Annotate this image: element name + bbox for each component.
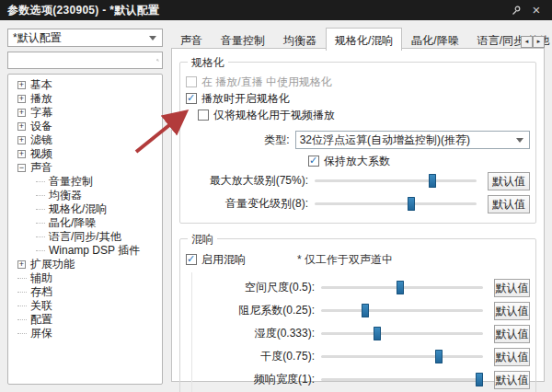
slider-track <box>315 202 477 205</box>
tree-item-规格化/混响[interactable]: 规格化/混响 <box>8 202 162 216</box>
tree-item-设备[interactable]: +设备 <box>8 120 162 133</box>
reverb-slider-2-default-button[interactable]: 默认值 <box>494 325 530 343</box>
window-title: 参数选项(230905) - *默认配置 <box>0 3 159 18</box>
pin-icon[interactable] <box>510 4 523 17</box>
tree-connector <box>17 306 27 307</box>
normalize-slider-1-label: 音量变化级别(8): <box>186 196 315 212</box>
normalize-checkbox-2-label: 仅将规格化用于视频播放 <box>213 108 335 123</box>
expand-plus-icon[interactable]: + <box>17 136 26 144</box>
reverb-enable-checkbox[interactable]: 启用混响 <box>186 251 246 268</box>
normalize-checkbox-2[interactable]: 仅将规格化用于视频播放 <box>198 107 530 123</box>
slider-handle[interactable] <box>435 350 443 363</box>
reverb-slider-0-slider[interactable] <box>321 281 483 294</box>
pin-icon <box>512 6 522 16</box>
profile-dropdown[interactable]: *默认配置 <box>7 29 163 47</box>
tab-晶化/降噪[interactable]: 晶化/降噪 <box>402 28 467 49</box>
expand-plus-icon[interactable]: + <box>17 150 26 158</box>
tree-item-Winamp DSP 插件[interactable]: Winamp DSP 插件 <box>8 244 162 258</box>
tree-item-辅助[interactable]: 辅助 <box>8 271 162 285</box>
tree-item-滤镜[interactable]: +滤镜 <box>8 133 162 147</box>
chevron-down-icon <box>149 36 156 40</box>
tree-item-扩展功能[interactable]: +扩展功能 <box>8 258 162 271</box>
expand-plus-icon[interactable]: + <box>17 81 26 89</box>
tree-connector <box>36 250 45 252</box>
tree-item-基本[interactable]: +基本 <box>8 78 162 92</box>
tree-connector <box>17 319 27 321</box>
tab-规格化/混响[interactable]: 规格化/混响 <box>326 28 402 51</box>
slider-handle[interactable] <box>362 304 369 317</box>
checkbox-icon[interactable] <box>186 93 197 104</box>
normalize-slider-0: 最大放大级别(75%):默认值 <box>186 169 530 192</box>
slider-track <box>321 309 483 312</box>
tree-item-声音[interactable]: −声音 <box>8 161 162 175</box>
reverb-slider-3-default-button[interactable]: 默认值 <box>494 348 530 366</box>
normalize-checkbox-1[interactable]: 播放时开启规格化 <box>186 90 530 107</box>
checkbox-icon[interactable] <box>198 110 209 121</box>
tab-scroll-left-button[interactable]: ◄ <box>521 36 533 48</box>
tree-item-视频[interactable]: +视频 <box>8 147 162 161</box>
type-label: 类型: <box>186 133 295 148</box>
tree-item-字幕[interactable]: +字幕 <box>8 106 162 120</box>
tree-item-播放[interactable]: +播放 <box>8 92 162 106</box>
tab-均衡器[interactable]: 均衡器 <box>274 28 326 49</box>
tree-item-晶化/降噪[interactable]: 晶化/降噪 <box>8 216 162 230</box>
normalize-slider-0-default-button[interactable]: 默认值 <box>488 172 530 190</box>
tree-connector <box>36 236 45 238</box>
tree-connector <box>36 209 45 211</box>
reverb-slider-4: 频响宽度(1):默认值 <box>192 368 530 391</box>
slider-handle[interactable] <box>429 174 436 188</box>
keep-factor-checkbox[interactable]: 保持放大系数 <box>308 153 530 169</box>
tree-item-屏保[interactable]: 屏保 <box>8 327 162 340</box>
tree-connector <box>17 292 27 294</box>
expand-plus-icon[interactable]: + <box>17 95 26 103</box>
reverb-slider-4-default-button[interactable]: 默认值 <box>494 371 530 389</box>
slider-track <box>321 378 483 381</box>
reverb-slider-1-default-button[interactable]: 默认值 <box>494 302 530 320</box>
tree-connector <box>17 278 27 280</box>
normalize-slider-1-slider[interactable] <box>315 197 477 211</box>
expand-plus-icon[interactable]: + <box>17 109 26 117</box>
reverb-slider-3-label: 干度(0.75): <box>192 349 321 364</box>
normalize-slider-0-slider[interactable] <box>315 174 477 188</box>
normalize-type-dropdown[interactable]: 32位浮点运算(自动增益控制)(推荐) <box>295 131 530 149</box>
normalize-slider-1: 音量变化级别(8):默认值 <box>186 192 530 215</box>
checkbox-icon[interactable] <box>186 254 197 265</box>
expand-plus-icon[interactable]: + <box>17 122 26 131</box>
settings-panel: 规格化 在 播放/直播 中使用规格化播放时开启规格化仅将规格化用于视频播放 类型… <box>171 48 545 382</box>
slider-handle[interactable] <box>476 373 483 386</box>
reverb-slider-0-default-button[interactable]: 默认值 <box>494 279 530 297</box>
tab-音量控制[interactable]: 音量控制 <box>212 28 274 49</box>
collapse-minus-icon[interactable]: − <box>17 164 26 172</box>
reverb-slider-2-label: 湿度(0.333): <box>192 326 321 341</box>
slider-track <box>315 179 477 182</box>
reverb-slider-3: 干度(0.75):默认值 <box>192 345 530 368</box>
tree-item-关联[interactable]: 关联 <box>8 299 162 313</box>
reverb-slider-1-label: 阻尼系数(0.25): <box>192 303 321 318</box>
slider-handle[interactable] <box>374 327 381 340</box>
checkbox-icon[interactable] <box>186 76 197 87</box>
tab-scroll-right-button[interactable]: ► <box>533 36 545 48</box>
tree-item-均衡器[interactable]: 均衡器 <box>8 189 162 202</box>
slider-handle[interactable] <box>397 281 404 294</box>
search-input[interactable] <box>8 52 156 68</box>
tree-item-配置[interactable]: 配置 <box>8 313 162 327</box>
titlebar: 参数选项(230905) - *默认配置 × <box>0 0 552 20</box>
tree-item-存档[interactable]: 存档 <box>8 285 162 299</box>
reverb-slider-4-slider[interactable] <box>321 373 483 386</box>
chevron-down-icon <box>516 138 523 143</box>
normalize-slider-1-default-button[interactable]: 默认值 <box>488 195 530 213</box>
tab-声音[interactable]: 声音 <box>171 28 212 49</box>
tree-item-音量控制[interactable]: 音量控制 <box>8 175 162 189</box>
normalize-checkbox-0[interactable]: 在 播放/直播 中使用规格化 <box>186 74 530 90</box>
tree-item-语言/同步/其他[interactable]: 语言/同步/其他 <box>8 230 162 244</box>
normalize-group: 规格化 在 播放/直播 中使用规格化播放时开启规格化仅将规格化用于视频播放 类型… <box>179 62 536 224</box>
slider-handle[interactable] <box>408 197 415 211</box>
reverb-slider-1: 阻尼系数(0.25):默认值 <box>192 299 530 322</box>
reverb-slider-1-slider[interactable] <box>321 304 483 317</box>
expand-plus-icon[interactable]: + <box>17 260 26 269</box>
reverb-slider-2-slider[interactable] <box>321 327 483 340</box>
search-box[interactable] <box>7 52 163 69</box>
checkbox-icon[interactable] <box>308 156 319 167</box>
close-icon[interactable]: × <box>530 4 543 17</box>
reverb-slider-3-slider[interactable] <box>321 350 483 363</box>
